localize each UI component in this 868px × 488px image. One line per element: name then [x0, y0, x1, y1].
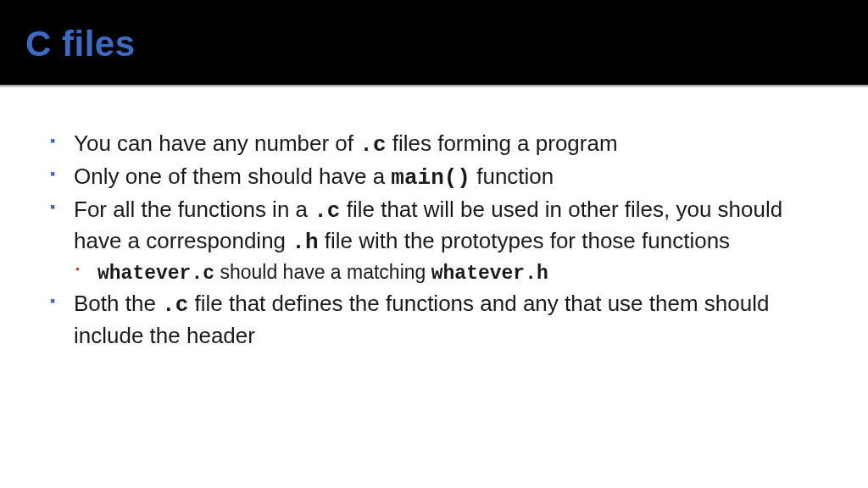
- code-fragment: .h: [292, 230, 318, 255]
- code-fragment: whatever.c: [97, 263, 214, 285]
- bullet-text: For all the functions in a: [74, 197, 314, 222]
- bullet-list: You can have any number of .c files form…: [47, 129, 821, 351]
- slide-content: You can have any number of .c files form…: [0, 86, 868, 369]
- slide-header: C files: [0, 0, 868, 85]
- bullet-item: You can have any number of .c files form…: [47, 129, 821, 160]
- bullet-text: You can have any number of: [74, 130, 359, 156]
- code-fragment: .c: [314, 198, 340, 224]
- bullet-text: files forming a program: [387, 130, 618, 156]
- slide-title: C files: [25, 24, 843, 64]
- bullet-text: function: [470, 164, 554, 189]
- bullet-text: file with the prototypes for those funct…: [319, 228, 731, 253]
- code-fragment: .c: [162, 292, 188, 318]
- sub-bullet-list: whatever.c should have a matching whatev…: [74, 259, 821, 287]
- bullet-text: should have a matching: [214, 261, 431, 283]
- code-fragment: whatever.h: [431, 263, 548, 285]
- bullet-item: Only one of them should have a main() fu…: [47, 162, 821, 193]
- bullet-text: Only one of them should have a: [74, 164, 391, 189]
- bullet-item: For all the functions in a .c file that …: [47, 195, 821, 287]
- bullet-text: Both the: [74, 291, 162, 316]
- bullet-item: Both the .c file that defines the functi…: [47, 289, 821, 350]
- code-fragment: main(): [391, 165, 470, 191]
- code-fragment: .c: [359, 132, 386, 158]
- sub-bullet-item: whatever.c should have a matching whatev…: [74, 259, 821, 287]
